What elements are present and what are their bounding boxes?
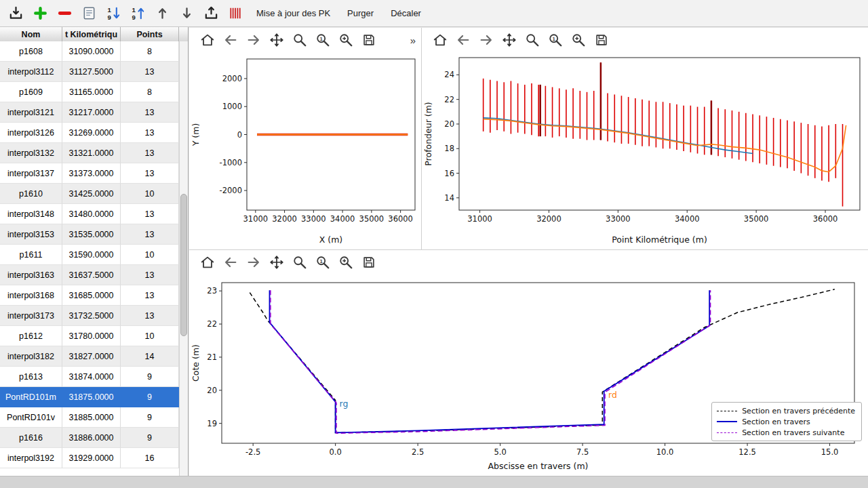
pan-icon[interactable] (500, 31, 518, 49)
cell-points: 13 (121, 265, 179, 285)
zoom-plus-icon[interactable] (570, 31, 587, 49)
table-row[interactable]: interpol318231827.000014 (0, 346, 179, 367)
sort-desc-icon[interactable] (104, 4, 123, 22)
table-row[interactable]: PontRD101v31885.00009 (0, 407, 179, 428)
export-icon[interactable] (202, 4, 220, 22)
pan-icon[interactable] (268, 31, 285, 49)
home-icon[interactable] (199, 253, 216, 271)
table-row[interactable]: p160831090.00008 (0, 41, 179, 62)
zoom-icon[interactable] (291, 31, 309, 49)
table-row[interactable]: interpol312131217.000013 (0, 102, 179, 123)
zoom-one-icon[interactable] (314, 31, 332, 49)
back-icon[interactable] (454, 31, 472, 49)
section-toolbar (189, 250, 868, 274)
svg-text:2000: 2000 (222, 74, 242, 83)
table-row[interactable]: p161231780.000010 (0, 326, 179, 346)
legend-item-current: Section en travers (717, 416, 855, 427)
forward-icon[interactable] (245, 253, 262, 271)
svg-text:35000: 35000 (359, 214, 384, 224)
zoom-plus-icon[interactable] (337, 31, 355, 49)
table-row[interactable]: interpol316331637.500013 (0, 265, 179, 285)
table-row[interactable]: p161031425.000010 (0, 184, 179, 204)
cell-pk: 31875.0000 (62, 387, 121, 407)
save-icon[interactable] (360, 31, 378, 49)
back-icon[interactable] (222, 31, 239, 49)
profile-plot-canvas[interactable]: 3100032000330003400035000360001416182022… (422, 52, 868, 249)
section-plot-canvas[interactable]: -2.50.02.55.07.510.012.515.01920212223Ab… (189, 274, 868, 476)
cell-pk: 31685.0000 (62, 285, 121, 306)
cell-pk: 31090.0000 (62, 41, 121, 62)
back-icon[interactable] (222, 253, 239, 271)
sort-asc-icon[interactable] (129, 4, 147, 22)
table-row[interactable]: PontRD101m31875.00009 (0, 387, 179, 407)
cell-points: 8 (121, 82, 179, 102)
zoom-icon[interactable] (524, 31, 541, 49)
table-row[interactable]: p161331874.00009 (0, 367, 179, 387)
remove-icon[interactable] (56, 4, 74, 22)
svg-text:33000: 33000 (606, 214, 631, 224)
zoom-icon[interactable] (291, 253, 309, 271)
cell-pk: 31373.0000 (62, 163, 121, 184)
svg-text:19: 19 (207, 419, 217, 428)
table-row[interactable]: interpol319231929.000016 (0, 448, 179, 468)
svg-text:rd: rd (608, 390, 617, 400)
table-row[interactable]: interpol313231321.000013 (0, 143, 179, 163)
svg-text:34000: 34000 (675, 214, 700, 224)
cell-points: 10 (121, 245, 179, 265)
move-up-icon[interactable] (153, 4, 172, 22)
cell-pk: 31874.0000 (62, 367, 121, 387)
table-row[interactable]: interpol312631269.000013 (0, 123, 179, 143)
cell-points: 13 (121, 285, 179, 306)
table-row[interactable]: interpol316831685.000013 (0, 285, 179, 306)
toolbar-overflow-chevron[interactable]: » (410, 35, 421, 46)
cell-pk: 31165.0000 (62, 82, 121, 102)
forward-icon[interactable] (477, 31, 495, 49)
table-row[interactable]: interpol313731373.000013 (0, 163, 179, 184)
profile-toolbar (422, 28, 868, 52)
header-points[interactable]: Points (121, 27, 179, 41)
pk-marks-icon[interactable] (226, 4, 245, 22)
cell-nom: interpol3153 (0, 224, 62, 245)
cell-points: 9 (121, 387, 179, 407)
svg-text:7.5: 7.5 (576, 447, 589, 457)
cell-nom: interpol3148 (0, 204, 62, 224)
plan-plot-canvas[interactable]: 310003200033000340003500036000-2000-1000… (189, 52, 422, 249)
import-icon[interactable] (7, 4, 25, 22)
svg-text:-2000: -2000 (220, 186, 242, 195)
home-icon[interactable] (199, 31, 216, 49)
edit-icon[interactable] (80, 4, 98, 22)
purge-button[interactable]: Purger (342, 5, 379, 22)
plan-view-figure: » 310003200033000340003500036000-2000-10… (189, 28, 422, 249)
header-point-kilometrique[interactable]: t Kilométriqu (62, 27, 121, 41)
zoom-plus-icon[interactable] (337, 253, 355, 271)
table-row[interactable]: interpol314831480.000013 (0, 204, 179, 224)
save-icon[interactable] (593, 31, 610, 49)
table-row[interactable]: p161131590.000010 (0, 245, 179, 265)
pan-icon[interactable] (268, 253, 285, 271)
table-scrollbar[interactable] (179, 41, 188, 476)
svg-text:23: 23 (207, 286, 217, 296)
cell-pk: 31217.0000 (62, 102, 121, 123)
zoom-one-icon[interactable] (314, 253, 332, 271)
home-icon[interactable] (431, 31, 449, 49)
save-icon[interactable] (360, 253, 378, 271)
cell-points: 16 (121, 448, 179, 468)
section-legend: Section en travers précédente Section en… (711, 402, 862, 441)
table-row[interactable]: interpol311231127.500013 (0, 62, 179, 82)
table-scrollbar-thumb[interactable] (180, 194, 187, 336)
add-icon[interactable] (31, 4, 50, 22)
svg-text:-2.5: -2.5 (245, 447, 260, 457)
header-nom[interactable]: Nom (0, 27, 62, 41)
table-row[interactable]: p160931165.00008 (0, 82, 179, 102)
zoom-one-icon[interactable] (547, 31, 564, 49)
table-row[interactable]: interpol317331732.500013 (0, 306, 179, 326)
shift-button[interactable]: Décaler (385, 5, 427, 22)
svg-text:Y (m): Y (m) (191, 123, 201, 147)
move-down-icon[interactable] (178, 4, 196, 22)
legend-label-current: Section en travers (742, 418, 810, 426)
update-pk-button[interactable]: Mise à jour des PK (251, 5, 336, 22)
svg-text:18: 18 (444, 144, 454, 153)
table-row[interactable]: interpol315331535.000013 (0, 224, 179, 245)
forward-icon[interactable] (245, 31, 262, 49)
table-row[interactable]: p161631886.00009 (0, 428, 179, 448)
